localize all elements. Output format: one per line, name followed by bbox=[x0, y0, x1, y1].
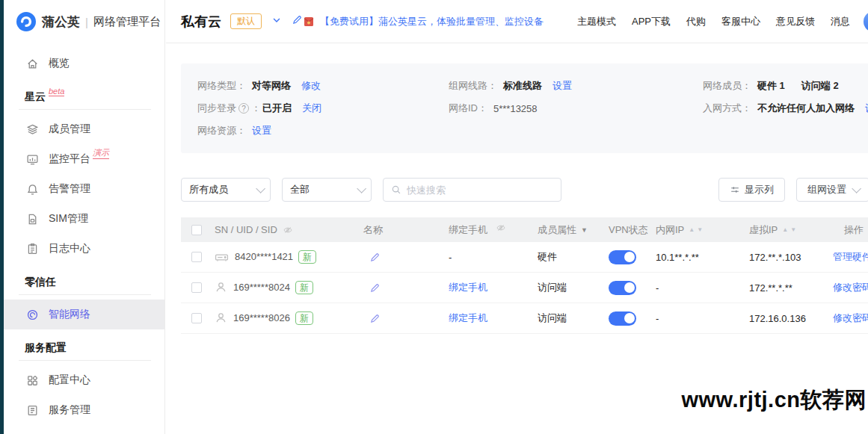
hardware-count: 硬件 1 bbox=[757, 79, 785, 93]
row-checkbox[interactable] bbox=[191, 282, 202, 293]
sort-asc-icon[interactable]: ▲ bbox=[782, 226, 790, 233]
default-badge: 默认 bbox=[230, 13, 262, 28]
member-attr: 硬件 bbox=[538, 250, 557, 264]
edit-name-icon[interactable] bbox=[369, 282, 381, 294]
header-vpn: VPN状态 bbox=[607, 223, 653, 237]
eye-off-icon[interactable] bbox=[283, 225, 293, 235]
info-column-3: 网络成员： 硬件 1 访问端 2 入网方式： 不允许任何人加入网络 设置 bbox=[703, 75, 868, 142]
scope-filter-select[interactable]: 全部 bbox=[282, 178, 372, 202]
sidebar-item-service-mgmt[interactable]: 服务管理 bbox=[4, 395, 164, 425]
field-value: 标准线路 bbox=[503, 79, 542, 93]
bell-icon bbox=[26, 183, 39, 196]
table-header-row: SN / UID / SID 名称 绑定手机 成员属性 ▼ VPN状态 内网IP bbox=[181, 217, 868, 242]
table-row: 8420****1421 新 - 硬件 10.1**.*.** 172.**.*… bbox=[181, 242, 868, 273]
sidebar-item-logs[interactable]: 日志中心 bbox=[4, 234, 164, 264]
sort-desc-icon[interactable]: ▼ bbox=[697, 226, 705, 233]
header-phone: 绑定手机 bbox=[447, 223, 535, 237]
header-label: 名称 bbox=[363, 223, 383, 237]
network-switch-chevron-icon[interactable] bbox=[271, 15, 282, 28]
sidebar-item-label: SIM管理 bbox=[49, 212, 88, 226]
sidebar-item-smart-network[interactable]: 智能网络 bbox=[4, 300, 164, 329]
promo-link[interactable]: 【免费试用】蒲公英星云，体验批量管理、监控设备 bbox=[303, 15, 544, 28]
user-avatar[interactable] bbox=[864, 11, 868, 32]
beta-badge: beta bbox=[49, 87, 64, 96]
field-label: 入网方式： bbox=[703, 102, 751, 115]
service-list-icon bbox=[26, 404, 39, 417]
watermark-text: www.rjtj.cn软荐网 bbox=[681, 385, 867, 415]
button-label: 组网设置 bbox=[807, 183, 846, 196]
show-columns-button[interactable]: 显示列 bbox=[718, 178, 785, 202]
new-badge: 新 bbox=[295, 281, 313, 294]
brand-product: 网络管理平台 bbox=[93, 15, 161, 29]
sidebar-item-sim[interactable]: SIM管理 bbox=[4, 204, 164, 234]
table-row: 169*****8026 新 绑定手机 访问端 - 172.16.0.136 修… bbox=[181, 303, 868, 334]
field-value: 对等网络 bbox=[252, 79, 291, 93]
settings-link[interactable]: 设置 bbox=[252, 124, 271, 137]
sidebar-item-members[interactable]: 成员管理 bbox=[4, 114, 164, 144]
manage-hardware-link[interactable]: 管理硬件 bbox=[833, 251, 868, 262]
sim-card-icon bbox=[26, 213, 39, 226]
settings-link[interactable]: 设置 bbox=[865, 102, 868, 115]
change-password-link[interactable]: 修改密码 bbox=[833, 282, 868, 293]
sidebar-item-alerts[interactable]: 告警管理 bbox=[4, 174, 164, 204]
sidebar-item-monitor[interactable]: 监控平台 演示 bbox=[4, 144, 164, 174]
sidebar-item-label: 智能网络 bbox=[49, 308, 90, 321]
nav-support-center[interactable]: 客服中心 bbox=[721, 15, 760, 28]
sidebar-item-config-center[interactable]: 配置中心 bbox=[4, 365, 164, 395]
join-mode-row: 入网方式： 不允许任何人加入网络 设置 bbox=[703, 97, 868, 120]
modify-link[interactable]: 修改 bbox=[301, 79, 321, 93]
change-password-link[interactable]: 修改密码 bbox=[833, 312, 868, 323]
nav-purchase[interactable]: 代购 bbox=[686, 15, 706, 28]
question-circle-icon[interactable]: ? bbox=[238, 103, 249, 114]
table-row: 169*****8024 新 绑定手机 访问端 - 172.**.*.** 修改… bbox=[181, 273, 868, 303]
eye-off-icon[interactable] bbox=[496, 223, 506, 233]
network-settings-button[interactable]: 组网设置 bbox=[796, 178, 868, 202]
nav-theme-mode[interactable]: 主题模式 bbox=[577, 15, 616, 28]
field-label: 同步登录 bbox=[197, 102, 236, 115]
search-input[interactable] bbox=[407, 185, 553, 196]
nav-feedback[interactable]: 意见反馈 bbox=[776, 15, 815, 28]
vpn-toggle[interactable] bbox=[609, 281, 636, 295]
bind-phone-link[interactable]: 绑定手机 bbox=[449, 282, 487, 293]
chevron-down-icon bbox=[256, 184, 265, 193]
bind-phone-link[interactable]: 绑定手机 bbox=[449, 312, 487, 323]
filter-caret-icon[interactable]: ▼ bbox=[581, 226, 588, 234]
network-edit-icon[interactable] bbox=[292, 14, 303, 28]
sort-icons[interactable]: ▲▼ bbox=[689, 226, 705, 233]
sort-icons[interactable]: ▲▼ bbox=[782, 226, 798, 233]
network-info-panel: 网络类型： 对等网络 修改 同步登录 ? ： 已开启 关闭 网络资源： 设置 bbox=[181, 63, 868, 153]
grid-icon bbox=[26, 374, 39, 387]
router-device-icon bbox=[215, 250, 229, 263]
row-checkbox[interactable] bbox=[191, 252, 202, 262]
vpn-toggle[interactable] bbox=[609, 311, 636, 326]
member-attr: 访问端 bbox=[538, 281, 567, 294]
row-checkbox[interactable] bbox=[191, 313, 202, 323]
field-label: 网络资源： bbox=[197, 124, 246, 137]
vpn-toggle[interactable] bbox=[609, 250, 636, 264]
content-area: 网络类型： 对等网络 修改 同步登录 ? ： 已开启 关闭 网络资源： 设置 bbox=[166, 43, 868, 434]
network-type-row: 网络类型： 对等网络 修改 bbox=[197, 75, 449, 97]
sidebar-menu: 概览 星云 beta 成员管理 监控平台 演示 告警管理 bbox=[4, 43, 164, 425]
brand-logo[interactable]: 蒲公英 | 网络管理平台 bbox=[4, 0, 164, 43]
close-link[interactable]: 关闭 bbox=[302, 102, 321, 115]
field-label: 网络ID： bbox=[449, 102, 487, 115]
sidebar-item-overview[interactable]: 概览 bbox=[4, 49, 164, 78]
header-intranet-ip: 内网IP ▲▼ bbox=[653, 223, 748, 237]
info-column-1: 网络类型： 对等网络 修改 同步登录 ? ： 已开启 关闭 网络资源： 设置 bbox=[197, 75, 449, 142]
network-resource-row: 网络资源： 设置 bbox=[197, 120, 449, 142]
dandelion-logo-icon bbox=[16, 12, 36, 31]
sort-asc-icon[interactable]: ▲ bbox=[689, 226, 697, 233]
top-nav: 主题模式 APP下载 代购 客服中心 意见反馈 消息 bbox=[561, 15, 850, 28]
brand-name: 蒲公英 bbox=[42, 13, 80, 31]
member-filter-select[interactable]: 所有成员 bbox=[181, 178, 271, 202]
monitor-icon bbox=[26, 153, 39, 166]
edit-name-icon[interactable] bbox=[369, 252, 381, 263]
members-table: SN / UID / SID 名称 绑定手机 成员属性 ▼ VPN状态 内网IP bbox=[181, 217, 868, 334]
nav-app-download[interactable]: APP下载 bbox=[632, 15, 671, 28]
sort-desc-icon[interactable]: ▼ bbox=[790, 226, 798, 233]
select-all-checkbox[interactable] bbox=[191, 225, 202, 235]
virtual-ip: 172.**.*.103 bbox=[749, 252, 801, 263]
settings-link[interactable]: 设置 bbox=[552, 79, 572, 93]
nav-messages[interactable]: 消息 bbox=[831, 15, 850, 28]
edit-name-icon[interactable] bbox=[369, 313, 381, 324]
